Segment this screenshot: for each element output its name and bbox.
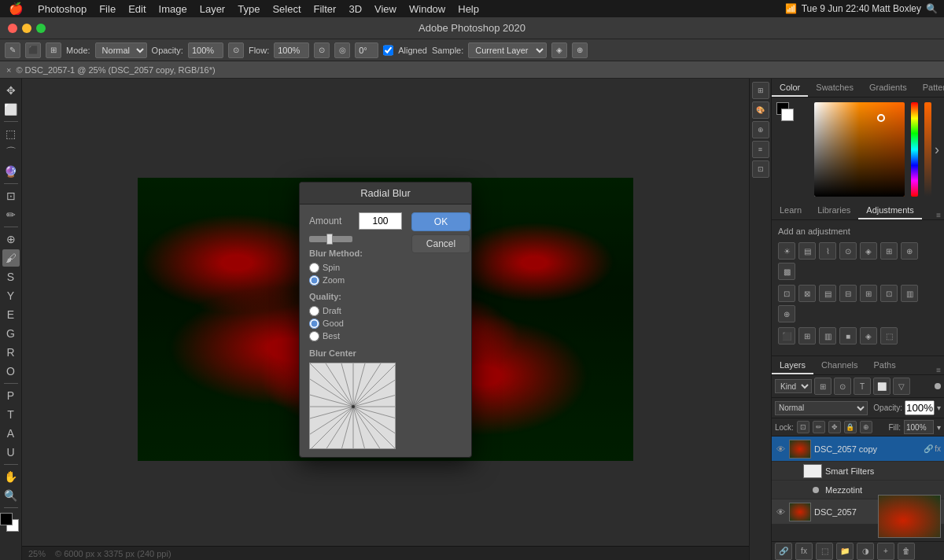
lock-artboard-btn[interactable]: ✥ bbox=[828, 421, 841, 433]
tool-preset-picker[interactable]: ✎ bbox=[5, 42, 20, 58]
minimize-window-btn[interactable] bbox=[22, 24, 31, 33]
foreground-background-colors[interactable] bbox=[0, 513, 22, 535]
panel-toggle-5[interactable]: ⊡ bbox=[752, 160, 769, 178]
text-tool[interactable]: T bbox=[2, 406, 20, 423]
gradient-map-btn[interactable]: ▥ bbox=[901, 285, 918, 302]
layer-opacity-input[interactable] bbox=[905, 400, 935, 415]
filter-type-btn[interactable]: T bbox=[854, 378, 871, 395]
tab-color[interactable]: Color bbox=[772, 79, 808, 97]
levels-btn[interactable]: ▤ bbox=[798, 242, 816, 260]
add-mask-btn[interactable]: ⬚ bbox=[816, 543, 833, 560]
amount-slider[interactable] bbox=[309, 236, 352, 242]
color-picker-handle[interactable] bbox=[877, 114, 885, 122]
photo-filter-btn[interactable]: ⊡ bbox=[778, 285, 795, 302]
menu-image[interactable]: Image bbox=[153, 0, 194, 17]
rectangular-marquee-tool[interactable]: ⬚ bbox=[2, 125, 20, 142]
pattern-icon-btn[interactable]: ⊞ bbox=[798, 327, 816, 344]
lock-transparent-btn[interactable]: ⊡ bbox=[797, 421, 809, 433]
menu-select[interactable]: Select bbox=[266, 0, 307, 17]
menu-photoshop[interactable]: Photoshop bbox=[31, 0, 93, 17]
document-tab[interactable]: × © DSC_2057-1 @ 25% (DSC_2057 copy, RGB… bbox=[0, 61, 944, 79]
clone-stamp-tool[interactable]: S bbox=[2, 268, 20, 286]
smart-filters-group[interactable]: Smart Filters bbox=[772, 462, 944, 481]
hand-tool[interactable]: ✋ bbox=[2, 468, 20, 485]
tab-patterns[interactable]: Patterns bbox=[915, 79, 944, 97]
bg-color-swatch[interactable] bbox=[781, 109, 794, 121]
flow-input[interactable] bbox=[274, 42, 309, 58]
spin-radio[interactable] bbox=[309, 263, 319, 273]
tab-paths[interactable]: Paths bbox=[866, 357, 904, 374]
brightness-contrast-btn[interactable]: ☀ bbox=[778, 242, 795, 260]
posterize-btn[interactable]: ⊞ bbox=[860, 285, 877, 302]
exposure-btn[interactable]: ⊙ bbox=[839, 242, 857, 260]
layer-item-dsc2057-copy[interactable]: 👁 DSC_2057 copy 🔗 fx bbox=[772, 437, 944, 462]
airbrush-icon[interactable]: ◎ bbox=[334, 42, 350, 58]
amount-slider-thumb[interactable] bbox=[326, 234, 333, 245]
tab-swatches[interactable]: Swatches bbox=[808, 79, 861, 97]
blend-mode-select[interactable]: Normal bbox=[95, 42, 147, 58]
menu-edit[interactable]: Edit bbox=[122, 0, 152, 17]
color-lookup-btn[interactable]: ▤ bbox=[819, 285, 836, 302]
menu-filter[interactable]: Filter bbox=[308, 0, 343, 17]
flow-pressure-icon[interactable]: ⊙ bbox=[314, 42, 330, 58]
brush-settings-icon[interactable]: ⊞ bbox=[46, 42, 61, 58]
brush-tool[interactable]: 🖌 bbox=[2, 249, 20, 267]
search-icon[interactable]: 🔍 bbox=[926, 3, 938, 14]
layers-panel-menu[interactable]: ≡ bbox=[933, 366, 944, 374]
pen-tool[interactable]: P bbox=[2, 387, 20, 404]
layer-visibility-dsc2057-copy[interactable]: 👁 bbox=[775, 444, 786, 455]
bw-btn[interactable]: ▩ bbox=[778, 263, 795, 280]
alpha-slider[interactable] bbox=[924, 102, 931, 197]
doc-close-btn[interactable]: × bbox=[6, 65, 11, 75]
curves-btn[interactable]: ⌇ bbox=[819, 242, 836, 260]
brush-preset-picker[interactable]: ⬛ bbox=[25, 42, 41, 58]
menu-3d[interactable]: 3D bbox=[342, 0, 368, 17]
tab-libraries[interactable]: Libraries bbox=[809, 202, 858, 219]
maximize-window-btn[interactable] bbox=[36, 24, 46, 33]
eraser-tool[interactable]: E bbox=[2, 306, 20, 323]
filter-pixel-btn[interactable]: ⊞ bbox=[814, 378, 832, 395]
lock-position-btn[interactable]: 🔒 bbox=[844, 421, 857, 433]
draft-radio[interactable] bbox=[309, 306, 319, 316]
color-panel-expand[interactable]: › bbox=[935, 102, 939, 197]
solid-color-btn[interactable]: ■ bbox=[839, 327, 857, 344]
menu-file[interactable]: File bbox=[93, 0, 122, 17]
move-tool[interactable]: ✥ bbox=[2, 82, 20, 99]
layer-blend-mode-select[interactable]: Normal bbox=[775, 401, 868, 415]
cancel-button[interactable]: Cancel bbox=[411, 234, 470, 253]
create-fill-adj-btn[interactable]: ◑ bbox=[857, 543, 874, 560]
extra-options-icon[interactable]: ⊕ bbox=[572, 42, 588, 58]
threshold-btn[interactable]: ⊡ bbox=[880, 285, 898, 302]
menu-view[interactable]: View bbox=[368, 0, 403, 17]
layer-visibility-dsc2057[interactable]: 👁 bbox=[775, 507, 786, 518]
panel-toggle-2[interactable]: 🎨 bbox=[752, 101, 769, 119]
create-group-btn[interactable]: 📁 bbox=[836, 543, 854, 560]
color-spectrum[interactable] bbox=[814, 102, 905, 197]
panel-toggle-1[interactable]: ⊞ bbox=[752, 82, 769, 99]
frame-btn[interactable]: ⬚ bbox=[880, 327, 898, 344]
aligned-checkbox[interactable] bbox=[383, 42, 393, 58]
channel-mixer-btn[interactable]: ⊠ bbox=[798, 285, 816, 302]
hsl-btn[interactable]: ⊞ bbox=[880, 242, 898, 260]
spot-healing-tool[interactable]: ⊕ bbox=[2, 230, 20, 248]
dodge-tool[interactable]: O bbox=[2, 363, 20, 380]
blur-center-box[interactable] bbox=[309, 363, 396, 449]
delete-layer-btn[interactable]: 🗑 bbox=[898, 543, 915, 560]
good-radio[interactable] bbox=[309, 319, 319, 329]
artboard-tool[interactable]: ⬜ bbox=[2, 101, 20, 118]
zoom-tool[interactable]: 🔍 bbox=[2, 487, 20, 504]
opacity-input[interactable] bbox=[188, 42, 223, 58]
tab-channels[interactable]: Channels bbox=[813, 357, 865, 374]
tab-adjustments[interactable]: Adjustments bbox=[858, 202, 922, 219]
opacity-toggle[interactable]: ▾ bbox=[937, 403, 941, 412]
lock-image-btn[interactable]: ✏ bbox=[813, 421, 825, 433]
fill-toggle[interactable]: ▾ bbox=[937, 423, 941, 432]
adj-panel-menu[interactable]: ≡ bbox=[933, 211, 944, 219]
hue-slider[interactable] bbox=[911, 102, 918, 197]
blur-tool[interactable]: R bbox=[2, 344, 20, 361]
filter-shape-btn[interactable]: ⬜ bbox=[873, 378, 891, 395]
menu-window[interactable]: Window bbox=[403, 0, 452, 17]
lasso-tool[interactable]: ⌒ bbox=[2, 144, 20, 161]
zoom-radio[interactable] bbox=[309, 275, 319, 286]
foreground-color-swatch[interactable] bbox=[0, 513, 13, 525]
